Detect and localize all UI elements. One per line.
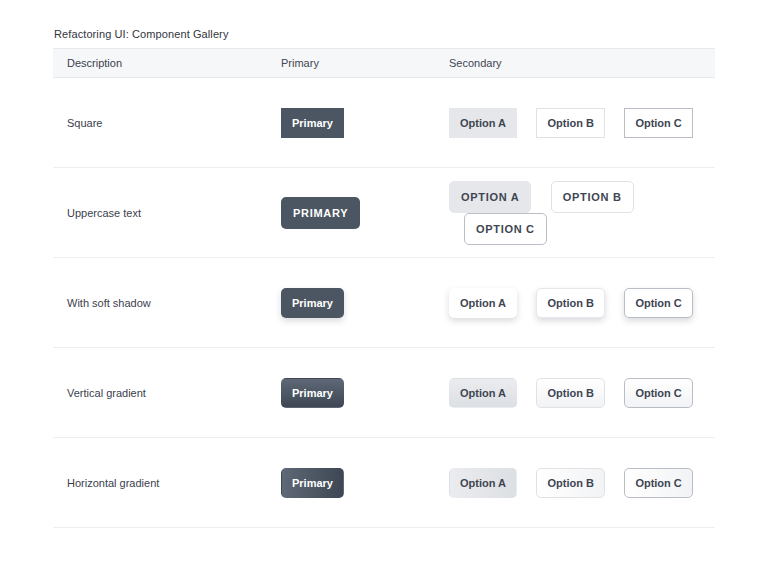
row-description: Square xyxy=(53,117,281,129)
page-title: Refactoring UI: Component Gallery xyxy=(53,28,768,40)
primary-cell: PRIMARY xyxy=(281,197,449,229)
option-a-button-square[interactable]: Option A xyxy=(449,108,517,138)
table-header-row: Description Primary Secondary xyxy=(53,48,715,78)
option-c-button-square[interactable]: Option C xyxy=(624,108,692,138)
secondary-cell: Option A Option B Option C xyxy=(449,108,715,138)
primary-button-shadow[interactable]: Primary xyxy=(281,288,344,318)
option-a-button-uppercase[interactable]: OPTION A xyxy=(449,181,531,213)
secondary-cell: Option A Option B Option C xyxy=(449,468,715,498)
row-description: Vertical gradient xyxy=(53,387,281,399)
option-b-button-vgradient[interactable]: Option B xyxy=(536,378,604,408)
option-b-button-shadow[interactable]: Option B xyxy=(536,288,604,318)
option-a-button-vgradient[interactable]: Option A xyxy=(449,378,517,408)
table-row-square: Square Primary Option A Option B Option … xyxy=(53,78,715,168)
column-header-primary: Primary xyxy=(281,57,449,69)
primary-cell: Primary xyxy=(281,288,449,318)
primary-button-square[interactable]: Primary xyxy=(281,108,344,138)
primary-button-vgradient[interactable]: Primary xyxy=(281,378,344,408)
option-c-button-hgradient[interactable]: Option C xyxy=(624,468,692,498)
row-description: With soft shadow xyxy=(53,297,281,309)
table-row-vertical-gradient: Vertical gradient Primary Option A Optio… xyxy=(53,348,715,438)
row-description: Uppercase text xyxy=(53,207,281,219)
primary-button-hgradient[interactable]: Primary xyxy=(281,468,344,498)
option-c-button-vgradient[interactable]: Option C xyxy=(624,378,692,408)
primary-cell: Primary xyxy=(281,108,449,138)
row-description: Horizontal gradient xyxy=(53,477,281,489)
column-header-description: Description xyxy=(53,57,281,69)
table-row-uppercase: Uppercase text PRIMARY OPTION A OPTION B… xyxy=(53,168,715,258)
option-c-button-shadow[interactable]: Option C xyxy=(624,288,692,318)
primary-cell: Primary xyxy=(281,378,449,408)
option-b-button-hgradient[interactable]: Option B xyxy=(536,468,604,498)
column-header-secondary: Secondary xyxy=(449,57,715,69)
option-c-button-uppercase[interactable]: OPTION C xyxy=(464,213,547,245)
option-b-button-square[interactable]: Option B xyxy=(536,108,604,138)
option-a-button-hgradient[interactable]: Option A xyxy=(449,468,517,498)
option-b-button-uppercase[interactable]: OPTION B xyxy=(551,181,634,213)
secondary-cell: Option A Option B Option C xyxy=(449,288,715,318)
primary-cell: Primary xyxy=(281,468,449,498)
table-row-soft-shadow: With soft shadow Primary Option A Option… xyxy=(53,258,715,348)
primary-button-uppercase[interactable]: PRIMARY xyxy=(281,197,360,229)
table-row-horizontal-gradient: Horizontal gradient Primary Option A Opt… xyxy=(53,438,715,528)
secondary-cell: Option A Option B Option C xyxy=(449,378,715,408)
option-a-button-shadow[interactable]: Option A xyxy=(449,288,517,318)
component-gallery-table: Description Primary Secondary Square Pri… xyxy=(53,48,715,528)
secondary-cell: OPTION A OPTION B OPTION C xyxy=(449,181,715,245)
component-gallery-page: Refactoring UI: Component Gallery Descri… xyxy=(0,0,768,528)
